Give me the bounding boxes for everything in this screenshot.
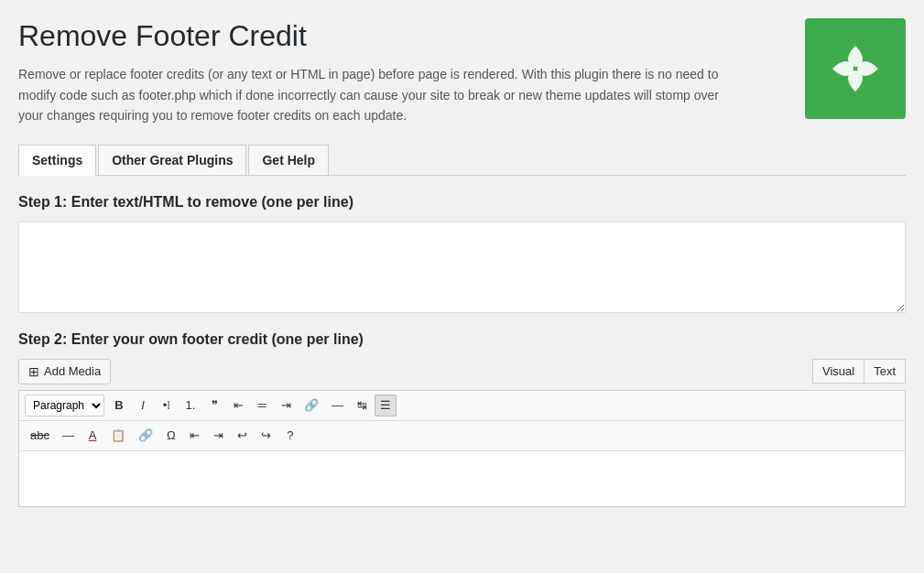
step2-heading: Step 2: Enter your own footer credit (on… bbox=[18, 331, 906, 348]
add-media-bar: ⊞ Add Media Visual Text bbox=[18, 359, 906, 384]
toolbar-row1: Paragraph Heading 1 Heading 2 Heading 3 … bbox=[19, 391, 905, 421]
redo-button[interactable]: ↪ bbox=[255, 425, 277, 447]
plugin-logo-icon bbox=[828, 41, 883, 96]
tab-settings-link[interactable]: Settings bbox=[19, 146, 95, 175]
strikethrough-button[interactable]: abc bbox=[25, 425, 55, 447]
bold-button[interactable]: B bbox=[108, 395, 130, 416]
page-title: Remove Footer Credit bbox=[18, 18, 787, 53]
step1-section: Step 1: Enter text/HTML to remove (one p… bbox=[18, 194, 906, 313]
fullscreen-button[interactable]: ↹ bbox=[351, 395, 373, 416]
step2-section: Step 2: Enter your own footer credit (on… bbox=[18, 331, 906, 507]
tab-other-great-plugins[interactable]: Other Great Plugins bbox=[98, 145, 246, 175]
content-section: Step 1: Enter text/HTML to remove (one p… bbox=[18, 194, 906, 507]
insert-more-button[interactable]: ― bbox=[326, 395, 349, 416]
ordered-list-button[interactable]: 1. bbox=[179, 395, 201, 416]
undo-button[interactable]: ↩ bbox=[232, 425, 254, 447]
help-button[interactable]: ? bbox=[279, 425, 301, 447]
tab-settings[interactable]: Settings bbox=[18, 145, 96, 176]
plugin-logo bbox=[805, 18, 906, 119]
add-media-icon: ⊞ bbox=[28, 364, 39, 379]
step1-heading: Step 1: Enter text/HTML to remove (one p… bbox=[18, 194, 906, 211]
hr-button[interactable]: — bbox=[57, 425, 80, 447]
toolbar-row2: abc — A 📋 🔗 Ω ⇤ ⇥ ↩ ↪ ? bbox=[19, 421, 905, 451]
text-color-button[interactable]: A bbox=[82, 425, 103, 447]
blockquote-button[interactable]: ❞ bbox=[203, 395, 225, 416]
page-description: Remove or replace footer credits (or any… bbox=[18, 64, 733, 125]
align-center-button[interactable]: ═ bbox=[251, 395, 273, 416]
add-media-button[interactable]: ⊞ Add Media bbox=[18, 359, 111, 384]
outdent-button[interactable]: ⇤ bbox=[184, 425, 206, 447]
paste-word-button[interactable]: 📋 bbox=[105, 425, 131, 447]
show-toolbar-button[interactable]: ☰ bbox=[375, 395, 397, 416]
link-button[interactable]: 🔗 bbox=[299, 395, 324, 416]
italic-button[interactable]: I bbox=[132, 395, 154, 416]
align-left-button[interactable]: ⇤ bbox=[227, 395, 249, 416]
header-section: Remove Footer Credit Remove or replace f… bbox=[18, 18, 906, 126]
special-chars-button[interactable]: Ω bbox=[160, 425, 182, 447]
indent-button[interactable]: ⇥ bbox=[208, 425, 230, 447]
editor-content[interactable] bbox=[19, 451, 905, 506]
step1-textarea[interactable] bbox=[18, 222, 906, 313]
tab-get-help-link[interactable]: Get Help bbox=[249, 146, 328, 175]
tab-get-help[interactable]: Get Help bbox=[248, 145, 329, 175]
tab-other-plugins-link[interactable]: Other Great Plugins bbox=[99, 146, 245, 175]
editor-wrapper: Paragraph Heading 1 Heading 2 Heading 3 … bbox=[18, 390, 906, 507]
visual-button[interactable]: Visual bbox=[812, 359, 864, 384]
unordered-list-button[interactable]: •⁞ bbox=[156, 395, 178, 416]
tabs-container: Settings Other Great Plugins Get Help bbox=[18, 145, 906, 176]
remove-format-button[interactable]: 🔗 bbox=[133, 425, 158, 447]
visual-text-buttons: Visual Text bbox=[812, 359, 906, 384]
align-right-button[interactable]: ⇥ bbox=[275, 395, 297, 416]
header-text: Remove Footer Credit Remove or replace f… bbox=[18, 18, 805, 126]
paragraph-select[interactable]: Paragraph Heading 1 Heading 2 Heading 3 … bbox=[25, 395, 104, 416]
text-button[interactable]: Text bbox=[864, 359, 906, 384]
add-media-label: Add Media bbox=[44, 364, 101, 378]
tabs-list: Settings Other Great Plugins Get Help bbox=[18, 145, 906, 175]
